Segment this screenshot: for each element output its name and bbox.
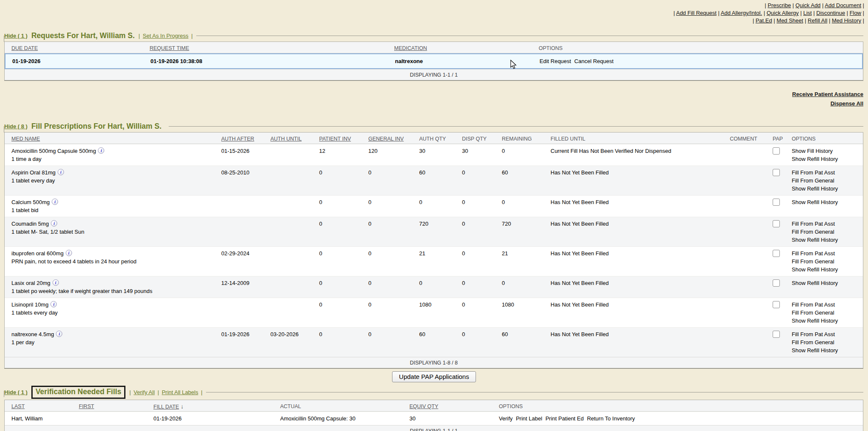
fill-option-fill-from-pat-asst-link[interactable]: Fill From Pat Asst [792, 220, 861, 228]
verification-actions: | Verify All | Print All Labels | [129, 389, 202, 395]
med-name-cell: naltrexone 4.5mgi1 per day [5, 328, 217, 349]
pap-checkbox[interactable] [773, 301, 780, 308]
fill-prescription-row: Calcium 500mgi1 tablet bid00000Has Not Y… [5, 195, 863, 217]
verification-option-return-to-inventory-link[interactable]: Return To Inventory [587, 415, 635, 422]
column-header-options: OPTIONS [534, 42, 863, 53]
fill-option-fill-from-pat-asst-link[interactable]: Fill From Pat Asst [792, 301, 861, 309]
sort-descending-icon[interactable]: ↓ [181, 403, 184, 411]
fill-table-body: Amoxicillin 500mg Capsule 500mgi1 time a… [5, 144, 863, 357]
column-header-general-inv[interactable]: GENERAL INV [364, 133, 415, 144]
disp-qty-cell: 30 [458, 144, 498, 157]
fill-option-show-refill-history-link[interactable]: Show Refill History [792, 155, 861, 163]
pap-checkbox[interactable] [773, 331, 780, 338]
med-name: Coumadin 5mg [11, 221, 49, 227]
fill-option-show-refill-history-link[interactable]: Show Refill History [792, 185, 861, 193]
column-header-first[interactable]: FIRST [75, 400, 149, 411]
column-header-medication[interactable]: MEDICATION [390, 42, 534, 53]
disp-qty-cell: 0 [458, 166, 498, 179]
column-header-due-date[interactable]: DUE DATE [5, 42, 145, 53]
column-header-fill-date[interactable]: FILL DATE↓ [149, 400, 276, 411]
print-all-labels-link[interactable]: Print All Labels [162, 389, 198, 395]
pap-checkbox[interactable] [773, 220, 780, 227]
column-header-patient-inv[interactable]: PATIENT INV [315, 133, 364, 144]
column-header-request-time[interactable]: REQUEST TIME [145, 42, 390, 53]
med-name-cell: Lisinopril 10mgi1 tablets every day [5, 298, 217, 319]
update-pap-applications-button[interactable]: Update PAP Applications [392, 371, 476, 382]
fill-option-fill-from-pat-asst-link[interactable]: Fill From Pat Asst [792, 330, 861, 338]
toolbar-link-quick-add[interactable]: Quick Add [796, 2, 821, 8]
column-header-last[interactable]: LAST [5, 400, 75, 411]
drug-info-icon[interactable]: i [58, 169, 64, 175]
fill-option-show-refill-history-link[interactable]: Show Refill History [792, 317, 861, 325]
pap-button-row: Update PAP Applications [0, 371, 868, 382]
toolbar-link-prescribe[interactable]: Prescribe [768, 2, 791, 8]
pap-checkbox[interactable] [773, 199, 780, 206]
fill-option-fill-from-pat-asst-link[interactable]: Fill From Pat Asst [792, 249, 861, 257]
drug-info-icon[interactable]: i [50, 301, 57, 307]
verify-all-link[interactable]: Verify All [134, 389, 155, 395]
auth-qty-cell: 21 [415, 247, 458, 260]
drug-info-icon[interactable]: i [52, 199, 58, 205]
verification-option-verify-link[interactable]: Verify [499, 415, 513, 422]
toolbar-link-refill-all[interactable]: Refill All [808, 17, 827, 24]
fill-option-fill-from-general-link[interactable]: Fill From General [792, 338, 861, 346]
fill-date-sort-link[interactable]: FILL DATE [153, 404, 179, 410]
fill-option-show-fill-history-link[interactable]: Show Fill History [792, 147, 861, 155]
toolbar-link-quick-allergy[interactable]: Quick Allergy [767, 10, 799, 16]
fill-option-fill-from-general-link[interactable]: Fill From General [792, 309, 861, 317]
remaining-cell: 720 [498, 217, 546, 230]
fill-option-fill-from-pat-asst-link[interactable]: Fill From Pat Asst [792, 169, 861, 177]
column-header-med-name[interactable]: MED NAME [5, 133, 217, 144]
request-row[interactable]: 01-19-2026 01-19-2026 10:38:08 naltrexon… [5, 53, 863, 69]
toolbar-link-discontinue[interactable]: Discontinue [816, 10, 845, 16]
patient-inv-cell: 12 [315, 144, 364, 157]
request-option-cancel-request-link[interactable]: Cancel Request [574, 58, 614, 64]
pap-cell [768, 276, 787, 290]
sig-text: PRN pain, not to exceed 4 tablets in 24 … [11, 257, 215, 265]
med-name-cell: Calcium 500mgi1 tablet bid [5, 196, 217, 217]
toolbar-link-add-document[interactable]: Add Document [825, 2, 861, 8]
toolbar-link-list[interactable]: List [803, 10, 812, 16]
column-header-remaining: REMAINING [498, 133, 546, 144]
set-as-in-progress-link[interactable]: Set As In Progress [143, 33, 189, 39]
fill-hide-link[interactable]: Hide ( 8 ) [4, 123, 28, 130]
verification-option-print-patient-ed-link[interactable]: Print Patient Ed [545, 415, 584, 422]
drug-info-icon[interactable]: i [98, 147, 104, 154]
fill-option-show-refill-history-link[interactable]: Show Refill History [792, 236, 861, 244]
verification-hide-link[interactable]: Hide ( 1 ) [4, 389, 28, 395]
requests-hide-link[interactable]: Hide ( 1 ) [4, 33, 28, 39]
fill-option-show-refill-history-link[interactable]: Show Refill History [792, 346, 861, 354]
column-header-auth-until[interactable]: AUTH UNTIL [266, 133, 315, 144]
drug-info-icon[interactable]: i [66, 250, 72, 256]
pap-checkbox[interactable] [773, 169, 780, 176]
toolbar-link-add-allergy-intol[interactable]: Add Allergy/Intol. [721, 10, 762, 16]
toolbar-link-add-fill-request[interactable]: Add Fill Request [676, 10, 716, 16]
fill-option-fill-from-general-link[interactable]: Fill From General [792, 257, 861, 265]
auth-until-cell [266, 217, 315, 222]
fill-option-show-refill-history-link[interactable]: Show Refill History [792, 265, 861, 274]
toolbar-link-flow[interactable]: Flow [850, 10, 861, 16]
drug-info-icon[interactable]: i [51, 220, 57, 227]
column-header-actual: ACTUAL [276, 400, 405, 411]
drug-info-icon[interactable]: i [56, 331, 62, 337]
request-option-edit-request-link[interactable]: Edit Request [540, 58, 571, 64]
fill-option-show-refill-history-link[interactable]: Show Refill History [792, 198, 861, 206]
sig-text: 1 tablet po weekly; take if weight great… [11, 287, 215, 295]
pap-checkbox[interactable] [773, 250, 780, 257]
pap-checkbox[interactable] [773, 147, 780, 155]
column-header-equiv-qty[interactable]: EQUIV QTY [405, 400, 495, 411]
column-header-auth-after[interactable]: AUTH AFTER [217, 133, 266, 144]
pap-checkbox[interactable] [773, 279, 780, 287]
fill-option-fill-from-general-link[interactable]: Fill From General [792, 177, 861, 185]
receive-patient-assistance-link[interactable]: Receive Patient Assistance [0, 90, 863, 99]
auth-until-cell: 03-20-2026 [266, 328, 315, 341]
med-name-cell: Lasix oral 20mgi1 tablet po weekly; take… [5, 276, 217, 298]
toolbar-link-pat-ed[interactable]: Pat.Ed [756, 17, 772, 24]
verification-option-print-label-link[interactable]: Print Label [516, 415, 542, 422]
toolbar-link-med-sheet[interactable]: Med Sheet [776, 17, 803, 24]
dispense-all-link[interactable]: Dispense All [0, 99, 863, 108]
fill-option-fill-from-general-link[interactable]: Fill From General [792, 228, 861, 236]
toolbar-link-med-history[interactable]: Med History [832, 17, 861, 24]
drug-info-icon[interactable]: i [53, 279, 59, 286]
fill-option-show-refill-history-link[interactable]: Show Refill History [792, 279, 861, 287]
